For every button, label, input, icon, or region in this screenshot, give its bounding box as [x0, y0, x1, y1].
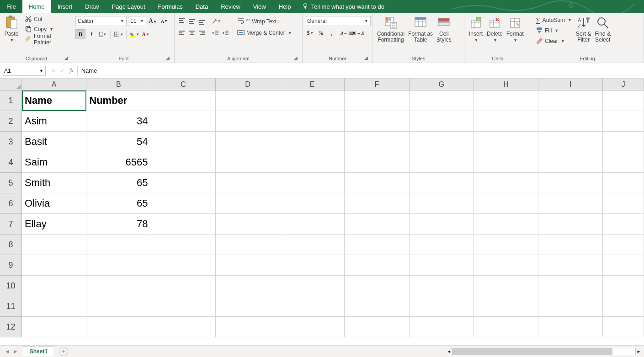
fill-button[interactable]: Fill▼	[533, 26, 574, 36]
cell-H2[interactable]	[474, 111, 538, 132]
row-header-12[interactable]: 12	[0, 317, 21, 337]
cell-C9[interactable]	[151, 255, 216, 276]
cell-D5[interactable]	[216, 173, 280, 193]
cell-H10[interactable]	[474, 276, 538, 296]
row-header-11[interactable]: 11	[0, 296, 21, 317]
cell-G12[interactable]	[410, 317, 474, 337]
cell-F9[interactable]	[345, 255, 409, 276]
cell-B10[interactable]	[86, 276, 151, 296]
row-header-9[interactable]: 9	[0, 255, 21, 276]
accounting-format-button[interactable]: $▾	[305, 28, 315, 38]
cell-A8[interactable]	[22, 234, 86, 255]
name-box[interactable]: A1▼	[2, 66, 46, 76]
cell-B4[interactable]: 6565	[86, 152, 151, 173]
cell-I8[interactable]	[538, 234, 603, 255]
column-header-G[interactable]: G	[410, 79, 474, 90]
wrap-text-button[interactable]: ab Wrap Text	[235, 16, 294, 26]
cell-F6[interactable]	[345, 193, 409, 214]
cell-G8[interactable]	[410, 234, 474, 255]
cell-E9[interactable]	[280, 255, 345, 276]
bold-button[interactable]: B	[75, 29, 85, 39]
cell-J11[interactable]	[603, 296, 644, 317]
row-header-10[interactable]: 10	[0, 276, 21, 296]
cell-H6[interactable]	[474, 193, 538, 214]
underline-button[interactable]: U▾	[97, 29, 107, 39]
cell-A12[interactable]	[22, 317, 86, 337]
clipboard-launcher[interactable]: ◢	[63, 55, 69, 61]
cell-B5[interactable]: 65	[86, 173, 151, 193]
cell-C7[interactable]	[151, 214, 216, 234]
align-top-button[interactable]	[177, 16, 187, 26]
cell-D10[interactable]	[216, 276, 280, 296]
font-size-combo[interactable]: 11▼	[128, 16, 146, 26]
scroll-right-icon[interactable]: ►	[635, 348, 642, 355]
cell-G11[interactable]	[410, 296, 474, 317]
cell-H12[interactable]	[474, 317, 538, 337]
tab-page-layout[interactable]: Page Layout	[106, 0, 152, 13]
cell-E2[interactable]	[280, 111, 345, 132]
column-header-I[interactable]: I	[538, 79, 603, 90]
fill-color-button[interactable]: ▾	[129, 29, 139, 39]
cell-C2[interactable]	[151, 111, 216, 132]
cell-C4[interactable]	[151, 152, 216, 173]
cell-D11[interactable]	[216, 296, 280, 317]
cell-F8[interactable]	[345, 234, 409, 255]
cell-F12[interactable]	[345, 317, 409, 337]
align-left-button[interactable]	[177, 28, 187, 38]
cell-C1[interactable]	[151, 91, 216, 111]
tab-file[interactable]: File	[0, 0, 22, 13]
cell-A1[interactable]: Name	[22, 91, 86, 111]
cell-F7[interactable]	[345, 214, 409, 234]
new-sheet-button[interactable]: ＋	[59, 347, 68, 356]
orientation-button[interactable]: ▾	[211, 16, 221, 26]
format-cells-button[interactable]: Format▼	[505, 14, 526, 44]
cell-I4[interactable]	[538, 152, 603, 173]
cell-I12[interactable]	[538, 317, 603, 337]
cell-B7[interactable]: 78	[86, 214, 151, 234]
decrease-font-button[interactable]: A▼	[159, 16, 169, 26]
cell-E8[interactable]	[280, 234, 345, 255]
clear-button[interactable]: Clear▼	[533, 36, 574, 46]
cell-A3[interactable]: Basit	[22, 132, 86, 152]
cell-C3[interactable]	[151, 132, 216, 152]
cell-H5[interactable]	[474, 173, 538, 193]
cell-G7[interactable]	[410, 214, 474, 234]
column-header-D[interactable]: D	[216, 79, 280, 90]
increase-decimal-button[interactable]: .0→.00	[341, 28, 351, 38]
increase-indent-button[interactable]	[221, 28, 231, 38]
cell-I1[interactable]	[538, 91, 603, 111]
cell-G4[interactable]	[410, 152, 474, 173]
row-header-3[interactable]: 3	[0, 132, 21, 152]
row-header-5[interactable]: 5	[0, 173, 21, 193]
row-header-2[interactable]: 2	[0, 111, 21, 132]
cell-C5[interactable]	[151, 173, 216, 193]
row-header-1[interactable]: 1	[0, 91, 21, 111]
tell-me-search[interactable]: Tell me what you want to do	[298, 0, 389, 13]
cell-E6[interactable]	[280, 193, 345, 214]
column-header-J[interactable]: J	[603, 79, 644, 90]
cell-I7[interactable]	[538, 214, 603, 234]
cell-H3[interactable]	[474, 132, 538, 152]
cell-A11[interactable]	[22, 296, 86, 317]
column-header-C[interactable]: C	[151, 79, 216, 90]
cell-D8[interactable]	[216, 234, 280, 255]
font-name-combo[interactable]: Calibri▼	[75, 16, 127, 26]
cell-G10[interactable]	[410, 276, 474, 296]
cell-I11[interactable]	[538, 296, 603, 317]
cell-B2[interactable]: 34	[86, 111, 151, 132]
align-middle-button[interactable]	[187, 16, 197, 26]
cell-C12[interactable]	[151, 317, 216, 337]
tab-view[interactable]: View	[247, 0, 272, 13]
cell-F11[interactable]	[345, 296, 409, 317]
cell-B12[interactable]	[86, 317, 151, 337]
align-right-button[interactable]	[197, 28, 207, 38]
align-bottom-button[interactable]	[197, 16, 207, 26]
cell-C11[interactable]	[151, 296, 216, 317]
tab-data[interactable]: Data	[189, 0, 214, 13]
cell-D4[interactable]	[216, 152, 280, 173]
column-header-E[interactable]: E	[280, 79, 345, 90]
cell-B11[interactable]	[86, 296, 151, 317]
cell-J9[interactable]	[603, 255, 644, 276]
cell-B3[interactable]: 54	[86, 132, 151, 152]
cell-H8[interactable]	[474, 234, 538, 255]
